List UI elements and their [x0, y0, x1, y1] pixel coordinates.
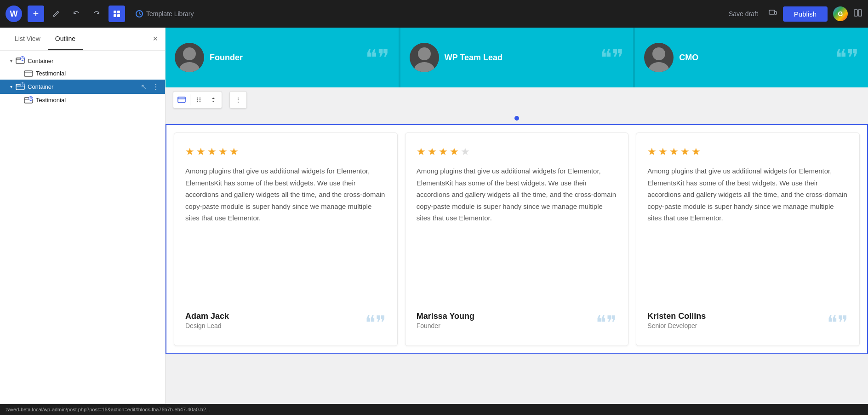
tree-item-container-2[interactable]: ▾ ⚙ Container ⋮ ↖: [0, 80, 165, 94]
tab-list-view[interactable]: List View: [7, 29, 48, 50]
pencil-button[interactable]: [48, 6, 64, 22]
toolbar-right: Save draft Publish G: [724, 6, 862, 22]
svg-rect-1: [117, 11, 120, 13]
card-title-2: WP Team Lead: [439, 53, 600, 63]
card-quote-3: ❝❞: [835, 45, 859, 70]
card-quote-1: ❝❞: [365, 45, 389, 70]
status-bar: zaved-beta.local/wp-admin/post.php?post=…: [0, 404, 868, 415]
tree-toggle-container-1[interactable]: ▾: [7, 57, 15, 64]
svg-point-30: [200, 101, 200, 102]
template-library-label: Template Library: [146, 10, 194, 17]
tree-badge-1: ⚙: [20, 56, 25, 61]
tree-label-container-1: Container: [28, 58, 160, 64]
publish-button[interactable]: Publish: [783, 6, 828, 22]
svg-rect-0: [114, 11, 116, 13]
responsive-button[interactable]: [768, 8, 777, 20]
testimonial-quote-icon-2: ❝❞: [596, 313, 617, 333]
tree-label-container-2: Container: [28, 83, 152, 90]
top-cards-row: Founder ❝❞ WP Team Lead ❝❞: [166, 28, 868, 87]
canvas-area[interactable]: Founder ❝❞ WP Team Lead ❝❞: [166, 28, 868, 415]
testimonial-name-2: Marissa Young: [417, 311, 474, 321]
tree-toggle-container-2[interactable]: ▾: [7, 83, 15, 91]
sidebar-close-button[interactable]: ×: [153, 34, 158, 44]
testimonial-card-1[interactable]: ★ ★ ★ ★ ★ Among plugins that give us add…: [174, 133, 398, 346]
sidebar: List View Outline × ▾ ⚙ Container ⋮: [0, 28, 166, 415]
svg-point-17: [183, 47, 196, 60]
testimonial-text-3: Among plugins that give us additional wi…: [647, 165, 848, 304]
svg-point-29: [197, 101, 198, 102]
svg-rect-7: [854, 10, 857, 16]
split-view-button[interactable]: [853, 8, 862, 20]
svg-rect-3: [117, 14, 120, 17]
main-layout: List View Outline × ▾ ⚙ Container ⋮: [0, 28, 868, 415]
star-1-3: ★: [207, 146, 217, 158]
cursor-indicator: ↖: [141, 82, 147, 91]
svg-point-22: [649, 62, 669, 72]
star-3-2: ★: [658, 146, 668, 158]
dot-indicator[interactable]: [166, 112, 868, 124]
tree-label-testimonial-1: Testimonial: [36, 70, 160, 77]
testimonial-author-1: Adam Jack Design Lead: [185, 311, 229, 329]
save-draft-button[interactable]: Save draft: [724, 7, 763, 20]
testimonial-text-1: Among plugins that give us additional wi…: [185, 165, 386, 304]
main-toolbar: W + Template Library Save dr: [0, 0, 868, 28]
block-tool-move[interactable]: [191, 92, 206, 107]
sidebar-header: List View Outline ×: [0, 28, 165, 51]
card-quote-2: ❝❞: [600, 45, 624, 70]
star-2-1: ★: [417, 146, 426, 158]
block-tool-container-icon[interactable]: [174, 92, 189, 107]
add-button[interactable]: +: [28, 6, 44, 22]
blocks-button[interactable]: [108, 6, 125, 22]
svg-point-25: [197, 98, 198, 98]
top-card-3[interactable]: CMO ❝❞: [633, 28, 868, 87]
avatar-1: [175, 43, 204, 72]
undo-button[interactable]: [68, 6, 85, 22]
wp-logo[interactable]: W: [6, 6, 22, 22]
testimonial-role-3: Senior Developer: [647, 322, 706, 329]
testimonials-section[interactable]: ★ ★ ★ ★ ★ Among plugins that give us add…: [166, 124, 868, 354]
testimonial-author-3: Kristen Collins Senior Developer: [647, 311, 706, 329]
tree-item-testimonial-2[interactable]: ⚙ Testimonial: [0, 94, 165, 106]
testimonial-name-3: Kristen Collins: [647, 311, 706, 321]
svg-rect-6: [775, 12, 777, 14]
toolbar-divider-1: [190, 94, 190, 105]
outline-tree: ▾ ⚙ Container ⋮: [0, 51, 165, 415]
star-3-5: ★: [691, 146, 701, 158]
tree-badge-3: ⚙: [29, 96, 33, 101]
testimonial-card-3[interactable]: ★ ★ ★ ★ ★ Among plugins that give us add…: [636, 133, 860, 346]
tree-label-testimonial-2: Testimonial: [36, 97, 160, 104]
svg-point-18: [179, 62, 200, 72]
tree-item-container-1[interactable]: ▾ ⚙ Container ⋮: [0, 54, 165, 67]
template-library-button[interactable]: Template Library: [129, 7, 200, 21]
svg-point-19: [418, 47, 431, 60]
top-card-2[interactable]: WP Team Lead ❝❞: [399, 28, 634, 87]
sidebar-tabs: List View Outline: [7, 29, 83, 50]
star-1-5: ★: [229, 146, 239, 158]
testimonial-quote-icon-3: ❝❞: [827, 313, 848, 333]
avatar-2: [410, 43, 439, 72]
card-title-3: CMO: [674, 53, 835, 63]
dot-active[interactable]: [514, 116, 519, 121]
testimonial-footer-1: Adam Jack Design Lead ❝❞: [185, 311, 386, 333]
stars-2: ★ ★ ★ ★ ★: [417, 146, 617, 158]
testimonial-quote-icon-1: ❝❞: [365, 313, 386, 333]
tab-outline[interactable]: Outline: [48, 29, 83, 50]
testimonial-card-2[interactable]: ★ ★ ★ ★ ★ Among plugins that give us add…: [405, 133, 629, 346]
block-tool-more[interactable]: ⋮: [231, 92, 246, 107]
top-card-1[interactable]: Founder ❝❞: [166, 28, 399, 87]
svg-point-27: [197, 99, 198, 100]
testimonial-footer-3: Kristen Collins Senior Developer ❝❞: [647, 311, 848, 333]
google-account-icon[interactable]: G: [833, 6, 848, 21]
testimonial-role-2: Founder: [417, 322, 474, 329]
tree-more-container-2[interactable]: ⋮: [152, 82, 160, 91]
redo-button[interactable]: [88, 6, 105, 22]
svg-rect-8: [858, 10, 862, 16]
star-1-1: ★: [185, 146, 194, 158]
block-tool-up-down[interactable]: [206, 92, 221, 107]
tree-item-testimonial-1[interactable]: Testimonial: [0, 67, 165, 80]
star-1-4: ★: [218, 146, 228, 158]
avatar-3: [644, 43, 674, 72]
svg-point-28: [200, 99, 200, 100]
block-toolbar-more: ⋮: [229, 91, 247, 109]
stars-3: ★ ★ ★ ★ ★: [647, 146, 848, 158]
